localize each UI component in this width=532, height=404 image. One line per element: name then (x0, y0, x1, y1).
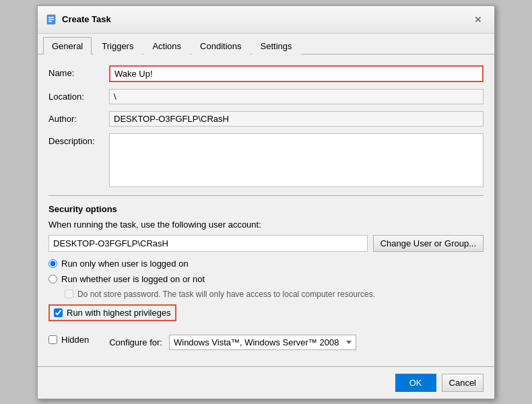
task-icon (46, 14, 57, 25)
cancel-button[interactable]: Cancel (442, 374, 484, 392)
run-highest-label: Run with highest privileges (67, 308, 171, 318)
change-user-button[interactable]: Change User or Group... (373, 235, 484, 252)
svg-rect-2 (48, 19, 54, 20)
configure-select[interactable]: Windows Vista™, Windows Server™ 2008 (169, 335, 356, 350)
description-input[interactable] (109, 133, 484, 187)
tab-content-general: Name: Location: Author: Description: Sec… (38, 55, 494, 361)
no-store-password-row: Do not store password. The task will onl… (48, 290, 484, 299)
user-account-label: When running the task, use the following… (48, 220, 484, 230)
author-row: Author: (48, 111, 484, 127)
name-input[interactable] (109, 65, 484, 82)
name-label: Name: (48, 65, 109, 78)
tab-settings[interactable]: Settings (252, 37, 301, 55)
dialog-title: Create Task (62, 14, 111, 24)
author-input[interactable] (109, 111, 484, 127)
radio-not-logged-on[interactable] (48, 275, 57, 283)
title-bar: Create Task ✕ (38, 6, 494, 34)
ok-button[interactable]: OK (395, 374, 436, 392)
tab-conditions[interactable]: Conditions (191, 37, 250, 55)
svg-rect-3 (48, 21, 52, 22)
radio-logged-on-label: Run only when user is logged on (61, 259, 189, 269)
run-highest-row: Run with highest privileges (48, 304, 176, 321)
hidden-checkbox[interactable] (48, 335, 57, 344)
no-store-password-label: Do not store password. The task will onl… (77, 290, 375, 299)
tab-triggers[interactable]: Triggers (93, 37, 142, 55)
name-row: Name: (48, 65, 484, 82)
author-label: Author: (48, 111, 109, 124)
bottom-options-row: Hidden Configure for: Windows Vista™, Wi… (48, 335, 484, 350)
security-section-title: Security options (48, 204, 484, 214)
hidden-row: Hidden (48, 335, 89, 345)
close-button[interactable]: ✕ (470, 11, 486, 28)
dialog-footer: OK Cancel (38, 366, 494, 399)
tab-general[interactable]: General (43, 37, 92, 55)
create-task-dialog: Create Task ✕ General Triggers Actions C… (37, 5, 495, 399)
location-label: Location: (48, 89, 109, 102)
radio-not-logged-on-label: Run whether user is logged on or not (61, 274, 205, 284)
user-account-row: Change User or Group... (48, 235, 484, 252)
description-row: Description: (48, 133, 484, 187)
configure-label: Configure for: (109, 337, 162, 347)
radio-not-logged-on-row: Run whether user is logged on or not (48, 274, 484, 284)
location-row: Location: (48, 89, 484, 104)
svg-rect-1 (48, 17, 54, 18)
run-highest-container: Run with highest privileges (48, 304, 484, 328)
hidden-label: Hidden (61, 335, 89, 345)
radio-logged-on[interactable] (48, 259, 57, 268)
tab-bar: General Triggers Actions Conditions Sett… (38, 34, 494, 55)
title-bar-left: Create Task (46, 14, 111, 25)
tab-actions[interactable]: Actions (143, 37, 190, 55)
user-account-input[interactable] (48, 235, 368, 252)
location-input[interactable] (109, 89, 484, 104)
no-store-password-checkbox[interactable] (65, 290, 73, 298)
run-highest-checkbox[interactable] (54, 308, 63, 317)
description-label: Description: (48, 133, 109, 146)
radio-logged-on-row: Run only when user is logged on (48, 259, 484, 269)
